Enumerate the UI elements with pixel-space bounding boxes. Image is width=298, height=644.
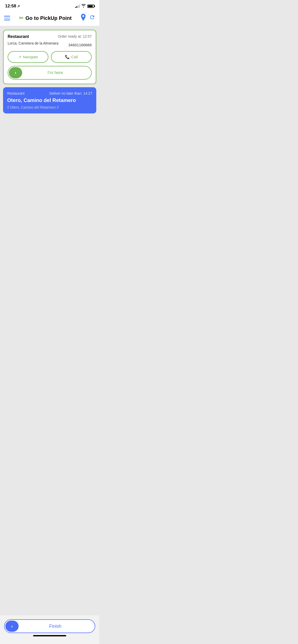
cutlery-icon: ✂ bbox=[19, 15, 23, 21]
deliver-no-later-label: Deliver no later than: 14:27 bbox=[49, 91, 92, 95]
header: ✂ Go to PickUp Point bbox=[0, 11, 99, 26]
im-here-slider[interactable]: › I'm here bbox=[8, 66, 92, 80]
delivery-card-top: Restaurant Deliver no later than: 14:27 bbox=[7, 91, 92, 95]
battery-icon bbox=[87, 5, 94, 8]
slider-thumb[interactable]: › bbox=[9, 67, 22, 78]
action-buttons-row: ↗ Navigate 📞 Call bbox=[8, 51, 92, 63]
restaurant-address: Lorca, Carretera de la Almenara bbox=[8, 41, 58, 46]
header-title: ✂ Go to PickUp Point bbox=[19, 15, 72, 21]
status-icons bbox=[75, 4, 94, 8]
status-time: 12:58 ↗ bbox=[5, 4, 20, 9]
page-title: Go to PickUp Point bbox=[25, 15, 72, 21]
status-bar: 12:58 ↗ bbox=[0, 0, 99, 11]
navigate-button[interactable]: ↗ Navigate bbox=[8, 51, 48, 63]
arrow-right-icon: › bbox=[15, 70, 16, 75]
navigate-label: Navigate bbox=[23, 55, 38, 59]
delivery-address: Otero, Camino del Retamero bbox=[7, 97, 92, 103]
location-arrow-icon: ↗ bbox=[17, 4, 20, 8]
phone-icon: 📞 bbox=[65, 55, 70, 59]
menu-button[interactable] bbox=[4, 16, 10, 20]
delivery-card[interactable]: Restaurant Deliver no later than: 14:27 … bbox=[3, 87, 96, 113]
card-top-row: Restaurant Order ready at: 12:57 bbox=[8, 34, 92, 39]
signal-icon bbox=[75, 4, 80, 8]
delivery-label: Restaurant bbox=[7, 91, 24, 95]
header-actions bbox=[80, 14, 95, 22]
restaurant-label: Restaurant bbox=[8, 34, 29, 39]
order-ready-label: Order ready at: 12:57 bbox=[58, 34, 92, 38]
location-pin-icon[interactable] bbox=[80, 14, 86, 22]
restaurant-card: Restaurant Order ready at: 12:57 Lorca, … bbox=[3, 30, 96, 84]
call-button[interactable]: 📞 Call bbox=[51, 51, 92, 63]
time-display: 12:58 bbox=[5, 4, 16, 9]
main-content: Restaurant Order ready at: 12:57 Lorca, … bbox=[0, 26, 99, 117]
refresh-icon[interactable] bbox=[89, 14, 95, 22]
card-mid-row: Lorca, Carretera de la Almenara 34601166… bbox=[8, 41, 92, 47]
call-label: Call bbox=[71, 55, 78, 59]
wifi-icon bbox=[81, 4, 86, 8]
im-here-label: I'm here bbox=[22, 70, 90, 75]
restaurant-phone: 34601166666 bbox=[68, 43, 92, 47]
navigate-icon: ↗ bbox=[18, 55, 21, 59]
delivery-address-sub: // Otero, Camino del Retamero // bbox=[7, 105, 92, 109]
